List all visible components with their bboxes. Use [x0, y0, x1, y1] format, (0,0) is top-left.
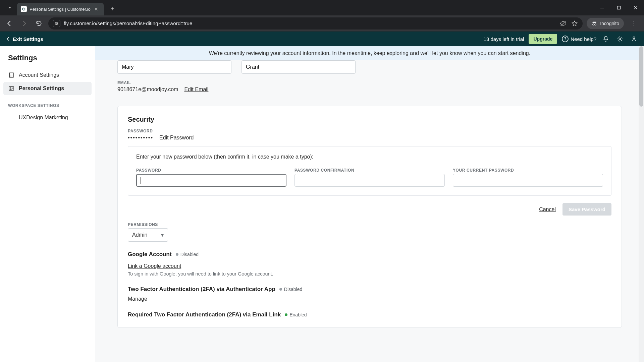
permissions-value: Admin: [132, 232, 147, 238]
scrollbar-track[interactable]: [639, 46, 644, 362]
need-help-label: Need help?: [571, 36, 596, 42]
window-minimize-button[interactable]: [594, 0, 610, 15]
gear-icon: [616, 36, 623, 42]
new-tab-button[interactable]: ＋: [107, 3, 117, 13]
info-banner: We're currently reviewing your account i…: [95, 46, 644, 60]
google-hint: To sign in with Google, you will need to…: [128, 271, 611, 277]
current-password-label: YOUR CURRENT PASSWORD: [453, 168, 603, 173]
sidebar-section-workspace: WORKSPACE SETTINGS: [3, 95, 92, 111]
link-google-account-link[interactable]: Link a Google account: [128, 263, 181, 269]
nav-back-button[interactable]: [4, 18, 15, 29]
current-password-field[interactable]: [453, 174, 603, 187]
password-instruction: Enter your new password below (then conf…: [136, 154, 603, 160]
permissions-label: PERMISSIONS: [128, 222, 611, 227]
email-value: 9018671e@moodjoy.com: [117, 86, 178, 93]
browser-tabstrip: ⵙ Personal Settings | Customer.io ✕ ＋: [0, 0, 644, 15]
need-help-button[interactable]: ? Need help?: [562, 36, 596, 42]
sidebar-item-personal-settings[interactable]: Personal Settings: [3, 82, 92, 95]
maximize-icon: [617, 6, 621, 10]
confirm-password-label: PASSWORD CONFIRMATION: [294, 168, 445, 173]
main-content: We're currently reviewing your account i…: [95, 46, 644, 362]
app-header: Exit Settings 13 days left in trial Upgr…: [0, 32, 644, 46]
search-tabs-button[interactable]: [4, 2, 15, 13]
sidebar-item-workspace[interactable]: UXDesign Marketing: [3, 111, 92, 124]
password-editor: Enter your new password below (then conf…: [128, 146, 611, 196]
url-text: fly.customer.io/settings/personal?isEdit…: [64, 20, 192, 26]
security-card: Security PASSWORD •••••••••• Edit Passwo…: [117, 106, 622, 328]
svg-rect-0: [600, 8, 604, 8]
browser-toolbar: fly.customer.io/settings/personal?isEdit…: [0, 15, 644, 32]
chevron-down-icon: [7, 5, 12, 10]
eye-off-icon[interactable]: [560, 20, 567, 27]
password-mask: ••••••••••: [128, 135, 153, 141]
upgrade-button[interactable]: Upgrade: [529, 34, 557, 44]
incognito-chip[interactable]: Incognito: [587, 18, 624, 29]
browser-menu-button[interactable]: ⋮: [628, 17, 640, 29]
edit-email-link[interactable]: Edit Email: [184, 86, 208, 93]
svg-point-3: [57, 23, 58, 23]
close-tab-button[interactable]: ✕: [93, 6, 99, 12]
sidebar-item-label: Account Settings: [19, 72, 59, 78]
exit-settings-button[interactable]: Exit Settings: [5, 36, 43, 42]
svg-point-2: [56, 22, 56, 22]
scrollbar-thumb[interactable]: [639, 46, 643, 107]
security-heading: Security: [128, 116, 611, 123]
svg-rect-1: [618, 6, 621, 9]
sidebar-item-label: Personal Settings: [19, 85, 64, 92]
svg-point-4: [56, 24, 57, 24]
incognito-label: Incognito: [600, 21, 619, 26]
nav-forward-button[interactable]: [19, 18, 30, 29]
save-password-button[interactable]: Save Password: [562, 203, 611, 216]
window-close-button[interactable]: [627, 0, 644, 15]
nav-reload-button[interactable]: [34, 18, 44, 29]
last-name-field[interactable]: [241, 60, 356, 74]
sidebar-item-account-settings[interactable]: Account Settings: [3, 68, 92, 82]
edit-password-link[interactable]: Edit Password: [159, 135, 194, 141]
star-icon[interactable]: [571, 20, 578, 27]
password-label: PASSWORD: [128, 129, 611, 133]
first-name-field[interactable]: [117, 60, 231, 74]
new-password-field[interactable]: [136, 174, 286, 187]
browser-tab[interactable]: ⵙ Personal Settings | Customer.io ✕: [17, 3, 104, 15]
incognito-icon: [591, 20, 597, 26]
notifications-button[interactable]: [601, 36, 610, 42]
chevron-left-icon: [5, 36, 11, 42]
profile-button[interactable]: [629, 36, 639, 42]
settings-gear-button[interactable]: [615, 36, 625, 42]
favicon-icon: ⵙ: [21, 6, 27, 12]
trial-status: 13 days left in trial: [484, 36, 524, 42]
bell-icon: [602, 36, 609, 42]
twofa-email-status-badge: Enabled: [285, 312, 307, 317]
svg-point-6: [593, 23, 594, 25]
confirm-password-field[interactable]: [294, 174, 445, 187]
svg-rect-10: [9, 73, 13, 77]
svg-point-9: [633, 37, 635, 39]
address-bar[interactable]: fly.customer.io/settings/personal?isEdit…: [48, 17, 583, 29]
help-icon: ?: [562, 36, 569, 42]
arrow-left-icon: [6, 20, 13, 27]
site-info-button[interactable]: [53, 20, 60, 27]
svg-point-8: [619, 38, 621, 40]
svg-point-12: [10, 88, 11, 89]
twofa-manage-link[interactable]: Manage: [128, 296, 147, 302]
permissions-select[interactable]: Admin ▾: [128, 228, 168, 242]
cancel-button[interactable]: Cancel: [539, 206, 556, 213]
twofa-app-heading: Two Factor Authentication (2FA) via Auth…: [128, 286, 611, 293]
google-account-heading: Google Account Disabled: [128, 251, 611, 258]
exit-settings-label: Exit Settings: [13, 36, 43, 42]
tune-icon: [54, 21, 59, 26]
svg-rect-11: [9, 87, 14, 90]
close-icon: [634, 6, 638, 10]
twofa-email-heading: Required Two Factor Authentication (2FA)…: [128, 311, 611, 318]
window-maximize-button[interactable]: [610, 0, 627, 15]
settings-sidebar: Settings Account Settings Personal Setti…: [0, 46, 95, 362]
svg-point-7: [595, 23, 596, 25]
status-dot-icon: [285, 313, 287, 316]
sidebar-item-label: UXDesign Marketing: [19, 115, 68, 121]
twofa-app-status-badge: Disabled: [279, 287, 302, 292]
tab-title: Personal Settings | Customer.io: [30, 7, 91, 12]
sidebar-title: Settings: [3, 52, 92, 68]
status-dot-icon: [176, 253, 178, 256]
minimize-icon: [600, 6, 604, 10]
caret-down-icon: ▾: [161, 232, 164, 238]
